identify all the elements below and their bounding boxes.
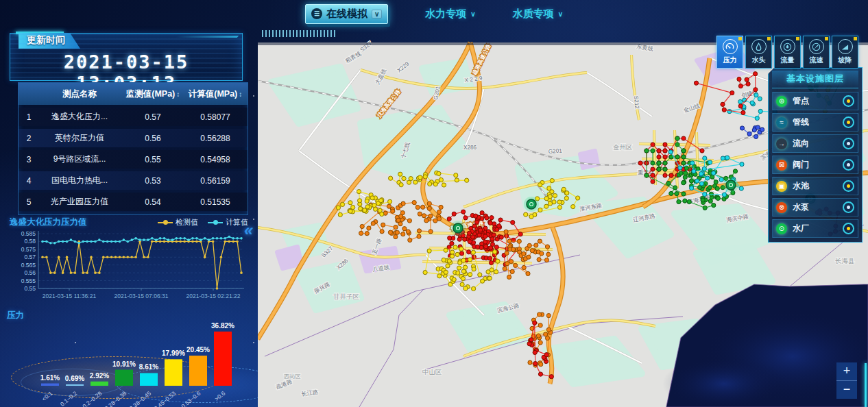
svg-text:0.555: 0.555 <box>21 278 36 284</box>
layer-item-水泵[interactable]: ⊗水泵 <box>772 198 858 217</box>
layer-visibility-toggle[interactable] <box>843 159 854 171</box>
measure-table-panel: 测点名称 监测值(MPa)↕ 计算值(MPa)↕ 1逸盛大化压力...0.570… <box>18 82 248 215</box>
layer-icon: ⊕ <box>776 96 787 107</box>
layer-item-阀门[interactable]: ⊠阀门 <box>772 156 858 174</box>
table-header-calc[interactable]: 计算值(MPa)↕ <box>186 88 245 100</box>
layer-visibility-toggle[interactable] <box>843 116 854 128</box>
map-tool-水头[interactable]: 水头 <box>745 36 772 69</box>
svg-text:2021-03-15 11:36:21: 2021-03-15 11:36:21 <box>43 293 97 299</box>
table-row[interactable]: 1逸盛大化压力...0.570.58077 <box>19 108 248 126</box>
line-chart-legend: 检测值 计算值 <box>158 217 248 227</box>
layer-icon: ⊙ <box>776 223 787 234</box>
table-header-monitor[interactable]: 监测值(MPa)↕ <box>120 88 186 100</box>
svg-text:0.1~0.2: 0.1~0.2 <box>59 390 79 407</box>
svg-text:0.56: 0.56 <box>24 269 36 276</box>
row-index: 2 <box>19 134 39 143</box>
svg-text:10.91%: 10.91% <box>112 360 136 368</box>
map-label: 金州区 <box>613 143 633 151</box>
svg-text:36.82%: 36.82% <box>211 322 234 330</box>
row-calc-value: 0.56288 <box>186 134 245 143</box>
row-point-name: 9号路区域流... <box>39 153 120 165</box>
line-chart-panel: 逸盛大化压力压力值 检测值 计算值 0.550.5550.560.5650.57… <box>7 217 251 310</box>
map-tool-流量[interactable]: 流量 <box>774 36 801 69</box>
layer-icon: ⊠ <box>776 160 787 171</box>
water-plant-marker[interactable] <box>524 197 539 212</box>
map-tool-label: 流量 <box>781 56 795 65</box>
pressure-distribution-bar-chart: 1.61%<0.10.69%0.1~0.22.92%0.2~0.2810.91%… <box>7 321 251 407</box>
svg-text:0.57: 0.57 <box>24 254 36 260</box>
nav-tab-label: 水质专项 <box>513 8 554 21</box>
layer-icon: ⊗ <box>776 202 787 213</box>
sort-icon[interactable]: ↕ <box>176 90 180 98</box>
bar-chart-title: 压力 <box>7 310 251 321</box>
map-tool-流速[interactable]: 流速 <box>803 36 830 69</box>
layers-icon: ☰ <box>311 8 322 19</box>
layer-visibility-toggle[interactable] <box>843 201 854 213</box>
row-monitor-value: 0.53 <box>120 176 186 186</box>
legend-item-detect[interactable]: 检测值 <box>158 217 198 227</box>
map-container[interactable]: S327稻养线X229大盘线十七线G201X 2 2 9X286沈海高速公路疏港… <box>258 27 868 407</box>
top-nav: ☰在线模拟∨水力专项∨水质专项∨ <box>0 0 868 27</box>
map-tool-压力[interactable]: 压力 <box>716 36 743 69</box>
table-row[interactable]: 2英特尔压力值0.560.56288 <box>19 129 248 147</box>
map-tool-label: 坡降 <box>839 56 852 65</box>
map-tool-label: 流速 <box>810 56 823 65</box>
layer-label: 水厂 <box>793 223 843 234</box>
layer-item-流向[interactable]: →流向 <box>772 134 858 153</box>
nav-tab-2[interactable]: 水力专项∨ <box>425 8 475 21</box>
layer-visibility-toggle[interactable] <box>843 223 854 234</box>
water-plant-marker[interactable] <box>723 177 738 193</box>
meter-icon <box>809 39 824 54</box>
water-plant-marker[interactable] <box>450 221 466 236</box>
svg-text:0.53~0.6: 0.53~0.6 <box>180 390 202 407</box>
table-header-name: 测点名称 <box>39 88 120 100</box>
map-label: 西岗区 <box>284 373 301 380</box>
layer-item-管线[interactable]: ≈管线 <box>772 113 858 132</box>
map-tool-label: 压力 <box>723 56 737 65</box>
row-point-name: 逸盛大化压力... <box>39 111 120 123</box>
panel-collapse-button[interactable]: « <box>244 221 252 240</box>
layer-visibility-toggle[interactable] <box>843 180 854 192</box>
zoom-in-button[interactable]: + <box>836 362 857 381</box>
svg-text:17.99%: 17.99% <box>162 349 185 357</box>
sort-icon[interactable]: ↕ <box>239 90 242 98</box>
map-tool-label: 水头 <box>752 56 766 65</box>
row-point-name: 光产业园压力值 <box>39 196 120 208</box>
nav-tab-1[interactable]: ☰在线模拟∨ <box>305 4 388 24</box>
layer-visibility-toggle[interactable] <box>843 138 854 149</box>
table-header-row: 测点名称 监测值(MPa)↕ 计算值(MPa)↕ <box>19 83 248 105</box>
map-label: 长海县 <box>835 257 855 264</box>
map-tool-坡降[interactable]: 坡降 <box>832 36 858 69</box>
row-index: 5 <box>19 197 39 207</box>
svg-text:0.2~0.28: 0.2~0.28 <box>81 390 103 407</box>
bar-chart-panel: 压力 1.61%<0.10.69%0.1~0.22.92%0.2~0.2810.… <box>7 310 251 407</box>
svg-text:2.92%: 2.92% <box>90 372 109 380</box>
table-row[interactable]: 39号路区域流...0.550.54958 <box>19 150 248 169</box>
layer-label: 管线 <box>793 116 843 128</box>
layer-item-管点[interactable]: ⊕管点 <box>772 92 858 110</box>
layer-item-水厂[interactable]: ⊙水厂 <box>772 219 858 238</box>
row-monitor-value: 0.54 <box>120 197 186 207</box>
svg-text:0.55: 0.55 <box>24 285 36 292</box>
map-label: 甘井子区 <box>333 293 359 300</box>
legend-swatch <box>208 222 223 223</box>
svg-text:2021-03-15 02:21:22: 2021-03-15 02:21:22 <box>186 293 241 299</box>
svg-text:0.38~0.45: 0.38~0.45 <box>128 390 153 407</box>
layer-item-水池[interactable]: ▣水池 <box>772 177 858 195</box>
nav-tab-3[interactable]: 水质专项∨ <box>513 8 563 21</box>
chevron-down-icon: ∨ <box>372 10 382 18</box>
map-toolbar: 压力水头流量流速坡降 <box>716 36 858 69</box>
layer-label: 流向 <box>793 138 843 149</box>
legend-item-calc[interactable]: 计算值 <box>208 217 248 227</box>
table-row[interactable]: 4国电电力热电...0.530.56159 <box>19 171 248 190</box>
row-index: 1 <box>19 112 39 122</box>
line-chart-title: 逸盛大化压力压力值 <box>10 217 87 228</box>
zoom-out-button[interactable]: − <box>836 381 857 399</box>
svg-text:0.69%: 0.69% <box>65 375 84 382</box>
table-row[interactable]: 5光产业园压力值0.540.51535 <box>19 193 248 211</box>
legend-swatch <box>158 222 173 223</box>
layer-visibility-toggle[interactable] <box>843 95 854 107</box>
layer-panel: 基本设施图层 ⊕管点≈管线→流向⊠阀门▣水池⊗水泵⊙水厂 <box>768 67 863 243</box>
layer-label: 管点 <box>793 95 843 107</box>
row-calc-value: 0.56159 <box>186 176 245 186</box>
